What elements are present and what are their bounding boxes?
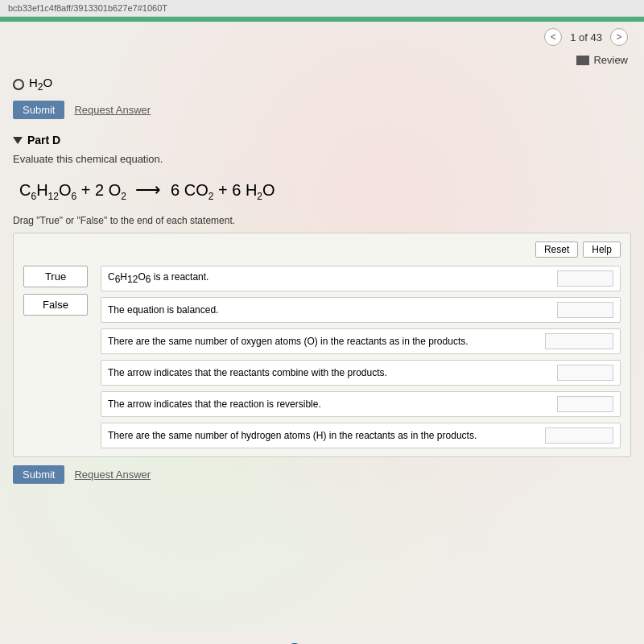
prev-page-button[interactable]: < <box>544 28 562 46</box>
statement-row: The arrow indicates that the reaction is… <box>101 391 621 417</box>
footer: P Pearson <box>0 634 644 644</box>
help-button[interactable]: Help <box>583 242 621 258</box>
review-label: Review <box>593 54 628 66</box>
answer-option-h2o[interactable]: H2O <box>0 72 644 96</box>
review-row: Review <box>0 52 644 72</box>
nav-row: < 1 of 43 > <box>0 22 644 52</box>
statement-1-text: C6H12O6 is a reactant. <box>108 271 208 285</box>
radio-h2o[interactable] <box>13 79 24 90</box>
submit-button-bottom[interactable]: Submit <box>13 465 64 484</box>
drop-zone-1[interactable] <box>557 270 613 287</box>
statement-2-text: The equation is balanced. <box>108 304 218 316</box>
request-answer-button-bottom[interactable]: Request Answer <box>74 469 151 481</box>
bottom-row: Submit Request Answer <box>0 457 644 489</box>
statements-list: C6H12O6 is a reactant. The equation is b… <box>101 266 621 448</box>
drop-zone-4[interactable] <box>557 365 613 381</box>
drag-chips: True False <box>23 266 88 448</box>
statement-row: The equation is balanced. <box>101 297 621 323</box>
chip-true[interactable]: True <box>23 266 88 287</box>
drag-area: Reset Help True False C6H12O6 is a react… <box>13 233 631 457</box>
statement-5-text: The arrow indicates that the reaction is… <box>108 398 321 410</box>
equation-text: C6H12O6 + 2 O2 ⟶ 6 CO2 + 6 H2O <box>19 180 275 202</box>
part-d-header: Part D <box>0 127 644 150</box>
review-icon <box>576 56 589 65</box>
drag-area-header: Reset Help <box>23 242 621 258</box>
collapse-icon[interactable] <box>13 137 23 144</box>
statement-row: There are the same number of hydrogen at… <box>101 423 621 448</box>
review-button[interactable]: Review <box>576 54 628 66</box>
page-indicator: 1 of 43 <box>570 31 602 43</box>
part-d-label: Part D <box>27 134 60 147</box>
statement-row: There are the same number of oxygen atom… <box>101 328 621 354</box>
drop-zone-3[interactable] <box>545 333 613 349</box>
statement-row: The arrow indicates that the reactants c… <box>101 360 621 386</box>
submit-row-above: Submit Request Answer <box>0 96 644 127</box>
drop-zone-2[interactable] <box>557 302 613 318</box>
statement-4-text: The arrow indicates that the reactants c… <box>108 367 387 378</box>
equation-display: C6H12O6 + 2 O2 ⟶ 6 CO2 + 6 H2O <box>0 171 644 213</box>
evaluate-text: Evaluate this chemical equation. <box>0 150 644 171</box>
submit-button-above[interactable]: Submit <box>13 101 64 119</box>
main-content: < 1 of 43 > Review H2O Submit Request An… <box>0 22 644 634</box>
drop-zone-6[interactable] <box>545 427 613 444</box>
reset-button[interactable]: Reset <box>535 242 578 258</box>
drag-instruction: Drag "True" or "False" to the end of eac… <box>0 213 644 233</box>
statement-row: C6H12O6 is a reactant. <box>101 266 621 291</box>
statement-6-text: There are the same number of hydrogen at… <box>108 430 477 441</box>
request-answer-button-above[interactable]: Request Answer <box>74 104 151 116</box>
drop-zone-5[interactable] <box>557 396 613 412</box>
statement-3-text: There are the same number of oxygen atom… <box>108 336 469 347</box>
next-page-button[interactable]: > <box>610 28 628 46</box>
drag-inner: True False C6H12O6 is a reactant. The eq… <box>23 266 621 448</box>
answer-h2o-label: H2O <box>29 76 52 93</box>
chip-false[interactable]: False <box>23 294 88 316</box>
reaction-arrow: ⟶ <box>135 180 161 200</box>
url-bar: bcb33ef1c4f8aff/3913301b627e7#1060T <box>0 0 644 17</box>
